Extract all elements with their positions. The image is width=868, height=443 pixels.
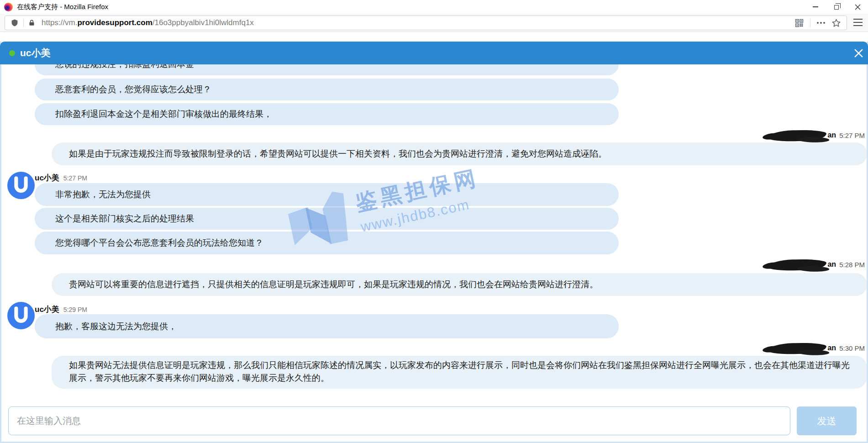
agent-message-bubble: 恶意套利的会员，您觉得应该怎么处理？	[35, 79, 619, 100]
url-scheme: https://vm.	[42, 18, 77, 27]
online-status-dot	[9, 50, 15, 56]
visitor-message-bubble: 贵网站可以将重要的信息进行遮挡，只提供相关的信息证明是玩家违规即可，如果是玩家违…	[52, 273, 867, 296]
agent-name: uc小美	[35, 304, 59, 315]
agent-message-bubble: 您觉得哪个平台会公布恶意套利会员的玩法给您知道？	[35, 232, 619, 254]
chat-header-agent-name: uc小美	[20, 47, 51, 59]
titlebar: 在线客户支持 - Mozilla Firefox	[0, 0, 868, 14]
minimize-icon	[813, 6, 818, 7]
page-actions-icon[interactable]	[817, 22, 825, 24]
chat-widget: uc小美 您说的违规投注，扣除盈利退回本金恶意套利的会员，您觉得应该怎么处理？扣…	[0, 42, 868, 443]
agent-message-bubble: 抱歉，客服这边无法为您提供，	[35, 314, 619, 338]
visitor-timestamp: 5:30 PM	[839, 344, 865, 352]
message-input[interactable]	[8, 406, 790, 435]
bookmark-star-icon[interactable]	[831, 18, 841, 28]
agent-timestamp: 5:27 PM	[63, 174, 87, 182]
restore-button[interactable]	[826, 0, 847, 14]
url-text: https://vm.providesupport.com/16o3ppbyal…	[42, 18, 254, 27]
chat-message-list[interactable]: 您说的违规投注，扣除盈利退回本金恶意套利的会员，您觉得应该怎么处理？扣除盈利退回…	[1, 64, 867, 406]
window-title: 在线客户支持 - Mozilla Firefox	[17, 3, 108, 11]
visitor-name-tail: an	[827, 260, 836, 269]
close-icon	[853, 48, 864, 58]
visitor-message-bubble: 如果贵网站无法提供信息证明是玩家违规，那么我们只能相信玩家陈述的情况属实，以玩家…	[52, 356, 867, 389]
redacted-name-scribble	[769, 129, 827, 142]
agent-avatar	[7, 172, 35, 199]
url-path: /16o3ppbyalbiv1hi0lwldmfq1x	[153, 18, 254, 27]
composer: 发送	[1, 406, 867, 435]
agent-message-bubble: 非常抱歉，无法为您提供	[35, 183, 619, 206]
urlbar-separator-right	[810, 19, 810, 27]
agent-name: uc小美	[35, 173, 59, 183]
agent-message-bubble: 这个是相关部门核实之后的处理结果	[35, 208, 619, 230]
tracking-shield-icon[interactable]	[11, 18, 19, 27]
agent-meta: uc小美5:29 PM	[35, 304, 867, 314]
urlbar-separator	[23, 19, 24, 27]
visitor-meta: an5:27 PM	[1, 129, 867, 142]
qr-highlight-icon[interactable]	[795, 19, 804, 27]
url-domain: providesupport.com	[77, 18, 152, 27]
close-window-button[interactable]	[847, 0, 868, 14]
chat-close-button[interactable]	[853, 47, 864, 58]
minimize-button[interactable]	[805, 0, 826, 14]
firefox-window: 在线客户支持 - Mozilla Firefox https://vm.prov…	[0, 0, 868, 443]
visitor-timestamp: 5:28 PM	[839, 261, 865, 269]
visitor-meta: an5:28 PM	[1, 258, 867, 271]
visitor-name-tail: an	[827, 344, 836, 352]
visitor-name-tail: an	[827, 131, 836, 139]
close-icon	[855, 4, 861, 10]
restore-icon	[834, 5, 839, 10]
redacted-name-scribble	[769, 342, 827, 355]
visitor-message-bubble: 如果是由于玩家违规投注而导致被限制登录的话，希望贵网站可以提供一下相关资料，我们…	[52, 142, 867, 165]
chat-header: uc小美	[0, 42, 868, 64]
firefox-logo-icon	[4, 3, 13, 11]
send-button[interactable]: 发送	[797, 406, 857, 435]
agent-timestamp: 5:29 PM	[63, 306, 87, 313]
agent-avatar	[7, 302, 35, 329]
menu-hamburger-icon[interactable]	[853, 19, 863, 26]
url-bar[interactable]: https://vm.providesupport.com/16o3ppbyal…	[5, 16, 847, 30]
redacted-name-scribble	[769, 258, 827, 271]
visitor-meta: an5:30 PM	[1, 342, 867, 354]
visitor-timestamp: 5:27 PM	[839, 132, 865, 139]
window-controls	[805, 0, 868, 14]
navigation-toolbar: https://vm.providesupport.com/16o3ppbyal…	[0, 14, 868, 32]
agent-message-bubble: 扣除盈利退回本金这个是相关部门审核做出的最终结果，	[35, 103, 619, 125]
lock-icon[interactable]	[28, 19, 35, 27]
agent-meta: uc小美5:27 PM	[35, 173, 867, 183]
agent-message-bubble: 您说的违规投注，扣除盈利退回本金	[35, 64, 619, 75]
